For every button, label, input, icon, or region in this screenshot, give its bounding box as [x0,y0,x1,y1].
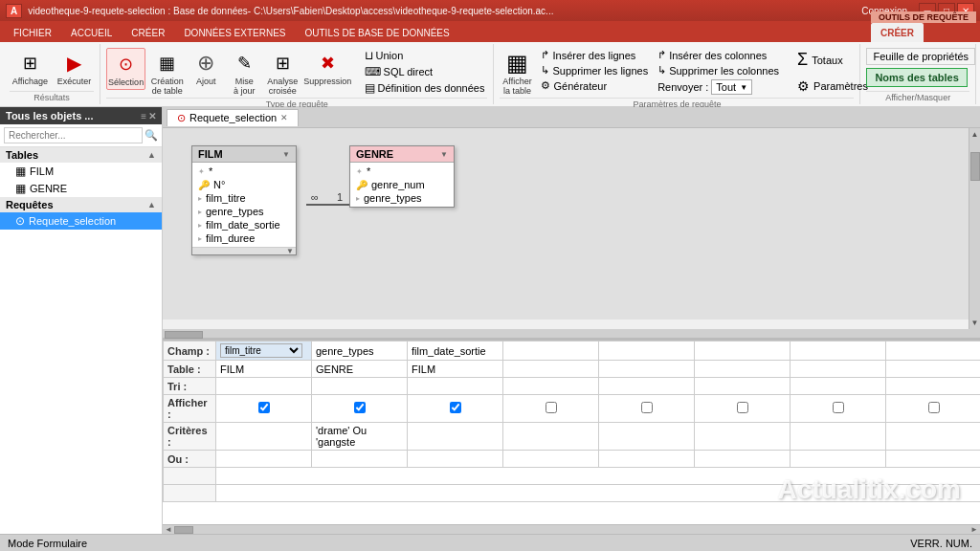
grid-criteres-2[interactable] [408,423,503,451]
grid-table-6[interactable] [791,361,886,378]
canvas-scrollbar-v[interactable]: ▲ ▼ [969,128,980,329]
tree-item-genre[interactable]: ▦ GENRE [0,180,162,197]
grid-champ-6[interactable] [791,342,886,361]
grid-tri-6[interactable] [791,378,886,395]
genre-table-header[interactable]: GENRE ▼ [350,146,454,163]
grid-tri-1[interactable] [312,378,408,395]
tree-item-film[interactable]: ▦ FILM [0,163,162,180]
grid-afficher-0[interactable] [216,395,312,423]
grid-ou-2[interactable] [408,451,503,468]
creation-table-button[interactable]: ▦ Créationde table [149,48,185,98]
genre-field-types[interactable]: ▸ genre_types [350,191,454,205]
grid-afficher-5[interactable] [695,395,791,423]
collapse-tables-icon[interactable]: ▲ [147,150,156,160]
query-canvas[interactable]: ∞ 1 FILM ▼ ✦ * [163,128,969,320]
grid-afficher-1[interactable] [312,395,408,423]
grid-table-3[interactable] [503,361,599,378]
afficher-cb-2[interactable] [450,402,461,413]
afficher-cb-6[interactable] [833,402,844,413]
extra2-content[interactable] [216,485,981,502]
grid-ou-3[interactable] [503,451,599,468]
left-panel-close-icon[interactable]: ✕ [148,111,156,121]
bottom-scroll-left-icon[interactable]: ◄ [163,525,174,534]
grid-tri-0[interactable] [216,378,312,395]
film-resize-icon[interactable]: ▼ [282,150,290,159]
query-tab-close-icon[interactable]: ✕ [280,113,288,122]
renvoyer-combo[interactable]: Tout ▼ [711,79,752,95]
grid-champ-7[interactable] [886,342,981,361]
category-tables[interactable]: Tables ▲ [0,147,162,163]
tab-outils-bdd[interactable]: OUTILS DE BASE DE DONNÉES [296,23,459,42]
film-field-genre-types[interactable]: ▸ genre_types [192,205,296,218]
grid-table-2[interactable]: FILM [408,361,503,378]
supprimer-colonnes-button[interactable]: ↳ Supprimer les colonnes [655,63,782,77]
generateur-button[interactable]: ⚙ Générateur [538,78,651,93]
bottom-scroll-thumb[interactable] [174,526,193,534]
scroll-up-icon[interactable]: ▲ [969,128,980,141]
genre-field-num[interactable]: 🔑 genre_num [350,178,454,191]
afficher-table-button[interactable]: ▦ Afficherla table [500,48,534,98]
grid-horizontal-scrollbar[interactable] [163,329,980,339]
grid-ou-1[interactable] [312,451,408,468]
grid-ou-0[interactable] [216,451,312,468]
grid-ou-6[interactable] [791,451,886,468]
genre-field-all[interactable]: ✦ * [350,165,454,178]
grid-ou-4[interactable] [599,451,695,468]
champ-select-0[interactable]: film_titre [220,343,302,358]
inserer-colonnes-button[interactable]: ↱ Insérer des colonnes [655,48,782,62]
genre-resize-icon[interactable]: ▼ [440,150,448,159]
supprimer-lignes-button[interactable]: ↳ Supprimer les lignes [538,63,651,77]
afficher-cb-1[interactable] [354,402,366,413]
sql-direct-button[interactable]: ⌨ SQL direct [362,64,488,79]
grid-table-1[interactable]: GENRE [312,361,408,378]
tab-donnees-externes[interactable]: DONNÉES EXTERNES [174,23,295,42]
bottom-scroll-right-icon[interactable]: ► [969,525,980,534]
scroll-down-icon[interactable]: ▼ [969,317,980,329]
grid-afficher-7[interactable] [886,395,981,423]
analyse-croisee-button[interactable]: ⊞ Analysecroisée [265,48,300,98]
collapse-requetes-icon[interactable]: ▲ [147,200,156,209]
grid-champ-4[interactable] [599,342,695,361]
affichage-button[interactable]: ⊞ Affichage [10,48,51,88]
grid-champ-2[interactable]: film_date_sortie [408,342,503,361]
feuille-proprietes-button[interactable]: Feuille de propriétés [866,48,975,65]
grid-tri-5[interactable] [695,378,791,395]
inserer-lignes-button[interactable]: ↱ Insérer des lignes [538,48,651,62]
afficher-cb-7[interactable] [928,402,940,413]
search-input[interactable] [4,127,143,143]
grid-afficher-3[interactable] [503,395,599,423]
grid-criteres-1[interactable]: 'drame' Ou 'gangste [312,423,408,451]
film-field-num[interactable]: 🔑 N° [192,178,296,191]
film-field-all[interactable]: ✦ * [192,165,296,178]
film-field-date-sortie[interactable]: ▸ film_date_sortie [192,218,296,231]
grid-criteres-3[interactable] [503,423,599,451]
bottom-scrollbar[interactable]: ◄ ► [163,524,980,534]
grid-criteres-7[interactable] [886,423,981,451]
grid-champ-5[interactable] [695,342,791,361]
union-button[interactable]: ⊔ Union [362,48,488,63]
grid-ou-7[interactable] [886,451,981,468]
film-scroll[interactable]: ▼ [192,247,296,254]
grid-criteres-5[interactable] [695,423,791,451]
film-table-header[interactable]: FILM ▼ [192,146,296,163]
scrollbar-thumb[interactable] [970,152,980,181]
afficher-cb-5[interactable] [737,402,748,413]
afficher-cb-3[interactable] [546,402,557,413]
film-scroll-down-icon[interactable]: ▼ [286,247,294,255]
extra1-content[interactable] [216,468,981,485]
grid-tri-3[interactable] [503,378,599,395]
grid-afficher-6[interactable] [791,395,886,423]
grid-tri-2[interactable] [408,378,503,395]
grid-tri-7[interactable] [886,378,981,395]
tab-fichier[interactable]: FICHIER [4,23,61,42]
grid-table-7[interactable] [886,361,981,378]
grid-champ-1[interactable]: genre_types [312,342,408,361]
grid-table-4[interactable] [599,361,695,378]
left-panel-menu-icon[interactable]: ≡ [141,111,146,121]
h-scrollbar-thumb[interactable] [165,331,203,339]
film-field-titre[interactable]: ▸ film_titre [192,191,296,205]
grid-table-5[interactable] [695,361,791,378]
ajout-button[interactable]: ⊕ Ajout [189,48,223,88]
grid-tri-4[interactable] [599,378,695,395]
definition-donnees-button[interactable]: ▤ Définition des données [362,80,488,96]
